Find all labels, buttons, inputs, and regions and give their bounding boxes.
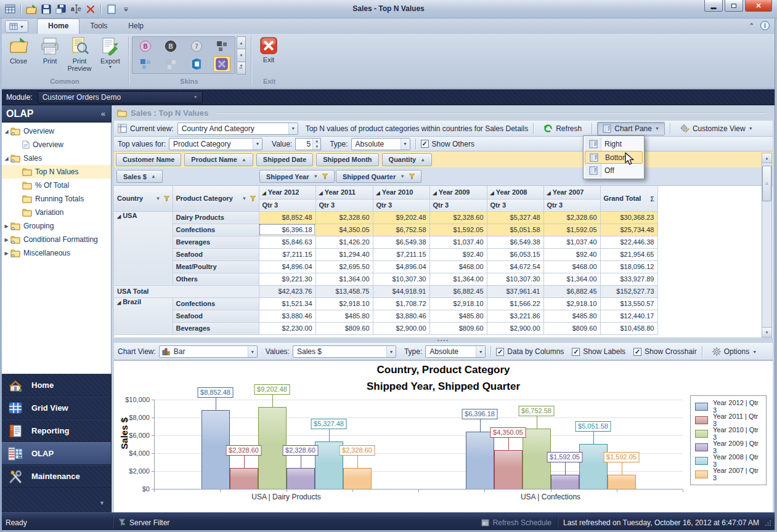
scrollbar-thumb[interactable]: ≡	[762, 166, 771, 201]
restore-button[interactable]	[725, 0, 743, 12]
skin-office-icon[interactable]	[188, 56, 205, 72]
tree-item-running-totals[interactable]: Running Totals	[0, 192, 111, 206]
column-header-year-2007[interactable]: ◢Year 2007	[543, 186, 600, 199]
chart-view-select[interactable]: Bar▼	[159, 345, 258, 358]
pivot-row-header-category[interactable]: Seafood	[173, 310, 259, 322]
pivot-cell[interactable]: $2,918.10	[543, 297, 600, 310]
pivot-cell[interactable]: $4,672.54	[487, 260, 543, 273]
pivot-cell[interactable]: $2,900.00	[373, 322, 429, 334]
minimize-button[interactable]: ▬	[704, 0, 723, 12]
pivot-cell[interactable]: $6,549.38	[373, 236, 429, 248]
pivot-cell[interactable]: $1,037.40	[429, 236, 487, 248]
column-header-quarter[interactable]: Qtr 3	[259, 199, 315, 211]
pivot-row-header-category[interactable]: Meat/Poultry	[173, 260, 259, 273]
pivot-cell[interactable]: $1,521.34	[259, 297, 315, 310]
pivot-row-header-country[interactable]: ◢USA	[114, 211, 173, 285]
nav-options-icon[interactable]: ▼	[99, 500, 105, 506]
application-menu-button[interactable]: ▼	[5, 20, 28, 33]
pivot-cell[interactable]: $1,364.00	[315, 273, 373, 285]
close-button-ribbon[interactable]: Close	[4, 36, 33, 75]
pivot-cell[interactable]: $468.00	[543, 260, 600, 273]
chart-bar[interactable]	[608, 475, 636, 489]
column-header-quarter[interactable]: Qtr 3	[373, 199, 429, 211]
pivot-row-header-category[interactable]: Beverages	[173, 322, 259, 334]
nav-item-maintenance[interactable]: Maintenance	[0, 465, 111, 488]
pivot-cell[interactable]: $4,896.04	[373, 260, 429, 273]
nav-item-grid-view[interactable]: Grid View	[0, 397, 111, 419]
checkbox-data-by-columns[interactable]: ✓Data by Columns	[496, 347, 564, 356]
pivot-cell[interactable]: $5,327.48	[487, 211, 543, 224]
tree-item-top-n-values[interactable]: Top N Values	[0, 165, 111, 179]
chart-type-select[interactable]: Absolute▼	[425, 345, 486, 358]
filter-field-quantity[interactable]: Quantity▲	[382, 153, 433, 166]
pivot-row-header-category[interactable]: Beverages	[173, 236, 259, 248]
filter-field-shipped-date[interactable]: Shipped Date	[256, 153, 313, 166]
column-header-year-2008[interactable]: ◢Year 2008	[487, 186, 543, 199]
tab-tools[interactable]: Tools	[79, 18, 118, 34]
customize-view-button[interactable]: Customize View▼	[675, 122, 758, 135]
column-header-quarter[interactable]: Qtr 3	[429, 199, 487, 211]
pivot-cell[interactable]: $809.60	[315, 322, 373, 334]
nav-item-home[interactable]: Home	[0, 374, 111, 397]
chart-bar[interactable]	[230, 468, 258, 489]
pivot-cell[interactable]: $12,440.17	[600, 310, 657, 322]
pivot-cell[interactable]: $485.80	[543, 310, 600, 322]
pivot-cell[interactable]: $4,896.04	[259, 260, 315, 273]
pivot-cell[interactable]: $2,230.00	[259, 322, 315, 334]
menu-item-off[interactable]: Off	[585, 164, 643, 177]
pivot-row-header-category[interactable]: Confections	[173, 224, 259, 236]
pivot-cell[interactable]: $1,592.05	[429, 224, 487, 236]
chart-bar[interactable]	[579, 444, 608, 489]
skin-b-black-icon[interactable]: B	[162, 38, 179, 54]
pivot-cell[interactable]: $6,053.15	[487, 248, 543, 260]
tab-help[interactable]: Help	[118, 18, 154, 34]
row-field-product-category[interactable]: Product Category▼	[173, 186, 259, 211]
chart-bar[interactable]	[494, 450, 523, 489]
column-header-quarter[interactable]: Qtr 3	[487, 199, 543, 211]
pivot-total-cell[interactable]: $152,527.73	[600, 285, 657, 297]
pivot-cell[interactable]: $7,211.15	[373, 248, 429, 260]
pivot-cell[interactable]: $10,458.80	[600, 322, 657, 334]
info-icon[interactable]: i	[760, 21, 770, 30]
pivot-row-header-category[interactable]: Dairy Products	[173, 211, 259, 224]
tab-home[interactable]: Home	[37, 18, 79, 34]
chart-bar[interactable]	[551, 475, 579, 489]
pivot-cell[interactable]: $13,550.57	[600, 297, 657, 310]
pivot-total-cell[interactable]: $44,918.91	[373, 285, 429, 297]
top-values-select[interactable]: Product Category▼	[169, 138, 262, 150]
value-spinner[interactable]: 5▲▼	[295, 138, 321, 150]
pivot-cell[interactable]: $2,918.10	[429, 297, 487, 310]
menu-item-right[interactable]: Right	[585, 137, 643, 151]
pivot-cell[interactable]: $10,307.30	[373, 273, 429, 285]
pivot-cell[interactable]: $30,368.23	[600, 211, 657, 224]
pivot-cell[interactable]: $468.00	[429, 260, 487, 273]
chart-bar[interactable]	[287, 468, 315, 489]
chart-bar[interactable]	[343, 468, 372, 489]
column-header-quarter[interactable]: Qtr 3	[543, 199, 600, 211]
filter-field-product-name[interactable]: Product Name▲	[184, 153, 253, 166]
tree-item-grouping[interactable]: ▶Grouping	[0, 219, 111, 233]
tree-item-miscellaneous[interactable]: ▶Miscellaneous	[0, 246, 111, 260]
collapse-ribbon-icon[interactable]: ⌃	[749, 22, 754, 29]
pivot-cell[interactable]: $485.80	[429, 310, 487, 322]
chart-bar[interactable]	[466, 432, 494, 489]
type-select[interactable]: Absolute▼	[351, 138, 410, 150]
filter-field-shipped-month[interactable]: Shipped Month	[316, 153, 378, 166]
pivot-cell[interactable]: $92.40	[543, 248, 600, 260]
pivot-row-header-category[interactable]: Seafood	[173, 248, 259, 260]
skin-b-pink-icon[interactable]: B	[137, 38, 154, 54]
print-button[interactable]: Print	[35, 36, 65, 75]
pivot-cell[interactable]: $5,846.63	[259, 236, 315, 248]
column-header-year-2012[interactable]: ◢Year 2012	[259, 186, 315, 199]
column-header-quarter[interactable]: Qtr 3	[315, 199, 373, 211]
data-field-sales[interactable]: Sales $▲	[116, 170, 163, 183]
options-button[interactable]: Options▼	[707, 345, 762, 358]
skin-squares-gray-icon[interactable]	[162, 56, 179, 72]
skin-x-purple-icon[interactable]	[213, 56, 230, 72]
skin-squares-blue-icon[interactable]	[137, 56, 154, 72]
pivot-cell[interactable]: $33,927.89	[600, 273, 657, 285]
pivot-cell[interactable]: $6,549.38	[487, 236, 543, 248]
pivot-row-header-category[interactable]: Confections	[173, 297, 259, 310]
values-select[interactable]: Sales $▼	[293, 345, 396, 358]
checkbox-show-labels[interactable]: ✓Show Labels	[572, 347, 625, 356]
